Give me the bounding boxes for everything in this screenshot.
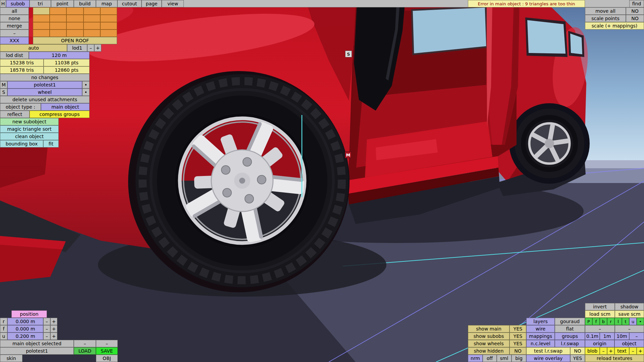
- group-cell[interactable]: [100, 22, 117, 29]
- layer-toggle-l[interactable]: l: [614, 318, 622, 325]
- blob-plus-button[interactable]: +: [607, 347, 614, 355]
- group-cell[interactable]: [33, 15, 50, 22]
- grid-01m-button[interactable]: 0.1m: [585, 333, 600, 340]
- blob-button[interactable]: blob: [585, 347, 600, 355]
- test-lr-swap-toggle[interactable]: NO: [570, 347, 585, 355]
- show-subobs-button[interactable]: show subobs: [468, 333, 509, 340]
- move-all-toggle[interactable]: NO: [626, 7, 644, 15]
- show-wheels-button[interactable]: show wheels: [468, 340, 509, 347]
- grid-dash-button[interactable]: –: [629, 333, 644, 340]
- clean-object-button[interactable]: clean object: [0, 133, 59, 140]
- wire-button[interactable]: wire: [526, 325, 555, 333]
- selection-dash-button-2[interactable]: –: [96, 340, 118, 347]
- group-cell[interactable]: [33, 22, 50, 29]
- menu-tri[interactable]: tri: [30, 0, 51, 7]
- load-button[interactable]: LOAD: [74, 347, 96, 355]
- new-subobject-button[interactable]: new subobject: [0, 118, 59, 125]
- test-lr-swap-button[interactable]: test l.r.swap: [526, 347, 570, 355]
- object-button[interactable]: object: [614, 340, 644, 347]
- group-cell[interactable]: [33, 29, 50, 37]
- merge-button[interactable]: merge: [0, 22, 29, 29]
- text-minus-button[interactable]: –: [629, 347, 637, 355]
- scale-points-toggle[interactable]: NO: [626, 15, 644, 22]
- lr-swap-button[interactable]: l.r.swap: [555, 340, 585, 347]
- position-header[interactable]: position: [11, 310, 47, 318]
- axis-f-minus-button[interactable]: –: [43, 325, 50, 333]
- move-all-button[interactable]: move all: [585, 7, 626, 15]
- viewport-3d[interactable]: [0, 0, 644, 362]
- flat-button[interactable]: flat: [555, 325, 585, 333]
- group-cell[interactable]: [66, 29, 83, 37]
- show-hidden-toggle[interactable]: NO: [509, 347, 526, 355]
- layer-toggle-b[interactable]: b: [600, 318, 607, 325]
- auto-button[interactable]: auto: [0, 44, 67, 52]
- menu-view[interactable]: view: [162, 0, 184, 7]
- subobject-dot-button[interactable]: •: [82, 88, 90, 96]
- menu-subob[interactable]: subob: [6, 0, 30, 7]
- compress-groups-button[interactable]: compress groups: [30, 111, 90, 118]
- main-object-dot-button[interactable]: •: [82, 81, 90, 88]
- layer-toggle-dot[interactable]: •: [637, 318, 644, 325]
- group-cell[interactable]: [84, 29, 100, 37]
- select-dash-button[interactable]: –: [0, 29, 29, 37]
- select-none-button[interactable]: none: [0, 15, 29, 22]
- axis-f-plus-button[interactable]: +: [50, 325, 57, 333]
- selection-dash-button-1[interactable]: –: [74, 340, 96, 347]
- scale-points-button[interactable]: scale points: [585, 15, 626, 22]
- group-cell[interactable]: [100, 29, 117, 37]
- delete-unused-attachments-button[interactable]: delete unused attachments: [0, 96, 90, 103]
- dash-button-2[interactable]: –: [615, 325, 644, 333]
- menu-cutout[interactable]: cutout: [117, 0, 142, 7]
- marker-s[interactable]: S: [345, 51, 352, 57]
- axis-r-plus-button[interactable]: +: [50, 318, 57, 325]
- layer-toggle-p[interactable]: P: [585, 318, 592, 325]
- group-cell[interactable]: [33, 7, 50, 15]
- show-wheels-toggle[interactable]: YES: [509, 340, 526, 347]
- skin-button[interactable]: skin: [0, 355, 22, 362]
- axis-u-plus-button[interactable]: +: [50, 333, 57, 340]
- lod-minus-button[interactable]: –: [87, 44, 94, 52]
- gouraud-button[interactable]: gouraud: [555, 318, 585, 325]
- wire-overlay-toggle[interactable]: YES: [570, 355, 585, 362]
- select-all-button[interactable]: all: [0, 7, 29, 15]
- magic-triangle-sort-button[interactable]: magic triangle sort: [0, 125, 59, 133]
- save-button[interactable]: SAVE: [96, 347, 118, 355]
- group-cell[interactable]: [66, 15, 83, 22]
- axis-u-value[interactable]: 0.200 m: [7, 333, 43, 340]
- group-cell[interactable]: [50, 15, 66, 22]
- origin-button[interactable]: origin: [585, 340, 614, 347]
- text-plus-button[interactable]: +: [637, 347, 644, 355]
- group-cell[interactable]: [50, 29, 66, 37]
- lod-selector[interactable]: lod1: [67, 44, 87, 52]
- fit-button[interactable]: fit: [43, 140, 59, 147]
- show-main-button[interactable]: show main: [468, 325, 509, 333]
- groups-button[interactable]: groups: [555, 333, 585, 340]
- group-cell[interactable]: [84, 22, 100, 29]
- save-scm-button[interactable]: save scm: [615, 310, 644, 318]
- nrm-big-button[interactable]: big: [512, 355, 526, 362]
- scale-mappings-button[interactable]: scale (+ mappings): [585, 22, 644, 29]
- menu-page[interactable]: page: [142, 0, 162, 7]
- group-cell[interactable]: [84, 15, 100, 22]
- show-subobs-toggle[interactable]: YES: [509, 333, 526, 340]
- nrm-button[interactable]: nrm: [468, 355, 483, 362]
- show-hidden-button[interactable]: show hidden: [468, 347, 509, 355]
- load-scm-button[interactable]: load scm: [585, 310, 615, 318]
- axis-r-value[interactable]: 0.000 m: [7, 318, 43, 325]
- axis-u-minus-button[interactable]: –: [43, 333, 50, 340]
- reload-textures-button[interactable]: reload textures: [585, 355, 644, 362]
- text-button[interactable]: text: [614, 347, 629, 355]
- group-cell[interactable]: [100, 7, 117, 15]
- layer-toggle-u[interactable]: u: [629, 318, 637, 325]
- group-cell[interactable]: [66, 7, 83, 15]
- layer-toggle-r[interactable]: r: [607, 318, 614, 325]
- bounding-box-button[interactable]: bounding box: [0, 140, 43, 147]
- file-name[interactable]: polotest1: [0, 347, 74, 355]
- menu-build[interactable]: build: [74, 0, 96, 7]
- wire-overlay-button[interactable]: wire overlay: [526, 355, 570, 362]
- menu-h[interactable]: H: [0, 0, 6, 7]
- blob-minus-button[interactable]: –: [600, 347, 607, 355]
- layer-toggle-t[interactable]: t: [622, 318, 629, 325]
- layers-button[interactable]: layers: [526, 318, 555, 325]
- dash-button-1[interactable]: –: [585, 325, 615, 333]
